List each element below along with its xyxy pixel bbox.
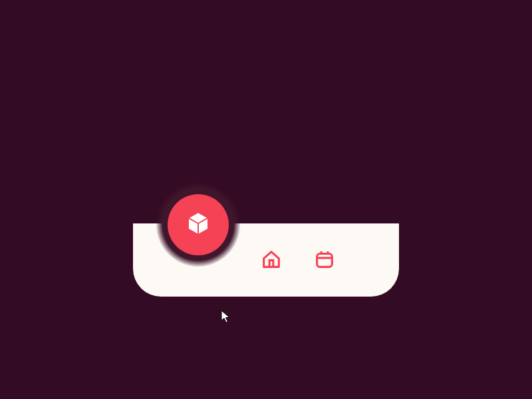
mouse-cursor-icon (221, 310, 231, 325)
nav-calendar-button[interactable] (313, 249, 336, 273)
package-fab-button[interactable] (168, 194, 229, 255)
package-icon (184, 209, 212, 240)
calendar-icon (313, 248, 336, 273)
nav-home-button[interactable] (259, 249, 283, 273)
svg-rect-0 (317, 254, 332, 267)
home-icon (260, 248, 283, 273)
